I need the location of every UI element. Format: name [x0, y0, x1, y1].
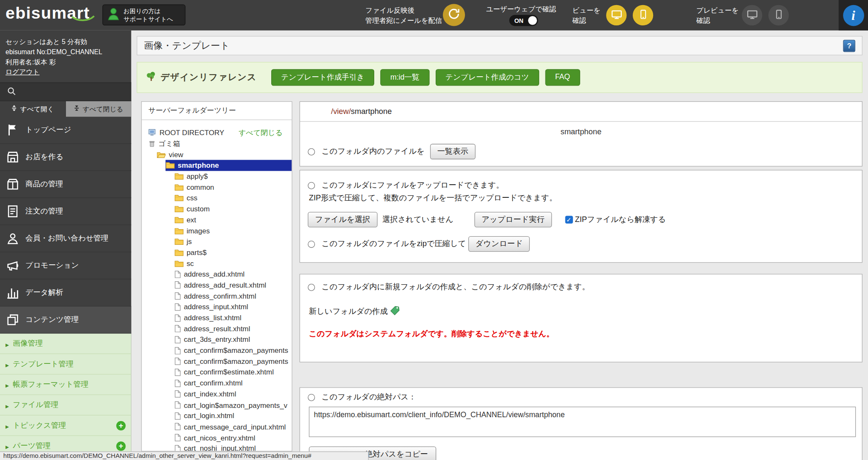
sidebar-submenu: 画像管理 テンプレート管理 帳票フォーマット管理 ファイル管理 トピックス管理 …	[0, 334, 131, 460]
flag-icon	[6, 123, 20, 137]
sidebar-item-2[interactable]: 商品の管理	[0, 171, 131, 198]
choose-file-button[interactable]: ファイルを選択	[308, 212, 377, 227]
file-icon	[174, 270, 181, 278]
folder-ops-radio[interactable]	[308, 283, 315, 291]
folder-icon	[174, 194, 184, 202]
tree-item-label: cart_confirm$estimate.xhtml	[184, 368, 274, 377]
file-icon	[174, 423, 181, 430]
tree-item-label: images	[186, 227, 210, 235]
submenu-item-3[interactable]: ファイル管理	[0, 395, 131, 416]
sidebar-item-4[interactable]: 会員・お問い合わせ管理	[0, 225, 131, 252]
tree-illustration-icon	[145, 70, 157, 85]
info-icon[interactable]: i	[843, 5, 864, 26]
tree-item-24[interactable]: cart_login$amazon_payments_v	[174, 399, 292, 410]
tree-item-17[interactable]: address_result.xhtml	[174, 323, 292, 334]
tree-item-27[interactable]: cart_nicos_entry.xhtml	[174, 432, 292, 443]
reference-button-0[interactable]: テンプレート作成手引き	[271, 69, 374, 86]
view-check-label: ビューを 確認	[573, 6, 601, 25]
reference-button-2[interactable]: テンプレート作成のコツ	[435, 69, 539, 86]
session-user: 利用者名:坂本 彩	[6, 57, 125, 67]
tree-item-25[interactable]: cart_login.xhtml	[174, 410, 292, 421]
sidebar-item-1[interactable]: お店を作る	[0, 144, 131, 171]
view-desktop-button[interactable]	[606, 5, 626, 25]
search-icon	[7, 86, 16, 97]
preview-mobile-button[interactable]	[768, 5, 789, 25]
plus-icon[interactable]	[116, 421, 125, 430]
logo[interactable]: ebisumart	[6, 4, 103, 27]
collapse-all-button[interactable]: すべて閉じる	[66, 101, 131, 117]
tree-item-label: cart_login.xhtml	[184, 412, 234, 420]
submenu-item-0[interactable]: 画像管理	[0, 334, 131, 354]
view-mobile-button[interactable]	[633, 5, 653, 25]
tree-item-21[interactable]: cart_confirm$estimate.xhtml	[174, 367, 292, 378]
tree-item-3[interactable]: apply$	[174, 171, 292, 182]
zip-download-radio[interactable]	[308, 241, 315, 248]
tree-item-16[interactable]: address_list.xhtml	[174, 313, 292, 324]
logout-link[interactable]: ログアウト	[6, 68, 39, 76]
tag-icon[interactable]	[390, 305, 400, 317]
tree-item-root[interactable]: ROOT DIRECTORY すべて閉じる	[148, 127, 292, 138]
upload-radio[interactable]	[308, 182, 315, 189]
sidebar-item-6[interactable]: データ解析	[0, 280, 131, 307]
tree-item-15[interactable]: address_input.xhtml	[174, 302, 292, 313]
submenu-item-1[interactable]: テンプレート管理	[0, 354, 131, 374]
tree-item-13[interactable]: address_add_result.xhtml	[174, 280, 292, 291]
tree-item-22[interactable]: cart_confirm.xhtml	[174, 378, 292, 389]
tree-item-10[interactable]: parts$	[174, 247, 292, 258]
submenu-item-4[interactable]: トピックス管理	[0, 416, 131, 436]
upload-execute-button[interactable]: アップロード実行	[474, 212, 551, 227]
tree-item-18[interactable]: cart_3ds_entry.xhtml	[174, 334, 292, 345]
tree-item-9[interactable]: js	[174, 236, 292, 247]
tree-item-1[interactable]: view	[157, 149, 292, 160]
server-folder-tree-panel: サーバーフォルダーツリー ROOT DIRECTORY すべて閉じる ゴミ箱 v…	[141, 101, 292, 452]
tree-item-14[interactable]: address_confirm.xhtml	[174, 291, 292, 302]
toggle-on-label: ON	[514, 17, 523, 24]
folder-icon	[174, 249, 184, 256]
tree-item-5[interactable]: css	[174, 193, 292, 204]
content-icon	[6, 313, 20, 327]
tree-item-6[interactable]: custom	[174, 203, 292, 214]
tree-item-label: address_add.xhtml	[184, 270, 245, 279]
new-folder-label: 新しいフォルダの作成	[309, 306, 388, 316]
download-button[interactable]: ダウンロード	[468, 236, 530, 252]
help-icon[interactable]: ?	[843, 39, 855, 52]
tree-item-8[interactable]: images	[174, 225, 292, 236]
tree-item-7[interactable]: ext	[174, 214, 292, 225]
path-prefix: /view/	[331, 107, 351, 116]
user-web-label: ユーザーウェブで確認	[486, 4, 556, 14]
monitor-icon	[746, 8, 758, 22]
tree-item-19[interactable]: cart_confirm$amazon_payments	[174, 345, 292, 356]
sidebar-item-7[interactable]: コンテンツ管理	[0, 307, 131, 334]
tree-item-28[interactable]: cart_noshi_input.xhtml	[174, 443, 292, 452]
tree-item-0[interactable]: ゴミ箱	[148, 138, 292, 149]
plus-icon[interactable]	[116, 441, 125, 451]
sidebar-item-5[interactable]: プロモーション	[0, 252, 131, 280]
tree-item-2[interactable]: smartphone	[166, 160, 292, 171]
sync-mail-button[interactable]	[443, 4, 465, 26]
sidebar-search[interactable]	[0, 83, 131, 101]
support-site-button[interactable]: お困りの方は サポートサイトへ	[103, 4, 186, 25]
reference-button-3[interactable]: FAQ	[545, 69, 580, 86]
zip-note: ZIP形式で圧縮して、複数のファイルを一括でアップロードできます。	[300, 193, 862, 203]
reference-button-1[interactable]: m:id一覧	[381, 69, 430, 86]
abs-path-radio[interactable]	[308, 393, 315, 401]
list-display-button[interactable]: 一覧表示	[430, 144, 476, 160]
sidebar-item-0[interactable]: トップページ	[0, 117, 131, 144]
preview-desktop-button[interactable]	[742, 5, 762, 25]
tree-item-4[interactable]: common	[174, 182, 292, 193]
tree-item-26[interactable]: cart_message_card_input.xhtml	[174, 421, 292, 432]
tree-item-12[interactable]: address_add.xhtml	[174, 269, 292, 280]
list-files-radio[interactable]	[308, 148, 315, 155]
unzip-checkbox[interactable]	[565, 216, 573, 223]
folder-icon	[174, 238, 184, 245]
sidebar-item-3[interactable]: 注文の管理	[0, 198, 131, 225]
tree-collapse-all-link[interactable]: すべて閉じる	[239, 128, 283, 138]
abs-path-textarea[interactable]: https://demo.ebisumart.com/client_info/D…	[309, 407, 856, 437]
expand-all-button[interactable]: すべて開く	[0, 101, 66, 117]
tree-item-20[interactable]: cart_confirm$amazon_payments	[174, 356, 292, 367]
submenu-item-2[interactable]: 帳票フォーマット管理	[0, 374, 131, 395]
tree-item-23[interactable]: cart_index.xhtml	[174, 389, 292, 400]
tree-item-11[interactable]: sc	[174, 258, 292, 269]
user-web-toggle[interactable]: ON	[509, 15, 538, 26]
preview-check-label: プレビューを 確認	[696, 6, 739, 25]
